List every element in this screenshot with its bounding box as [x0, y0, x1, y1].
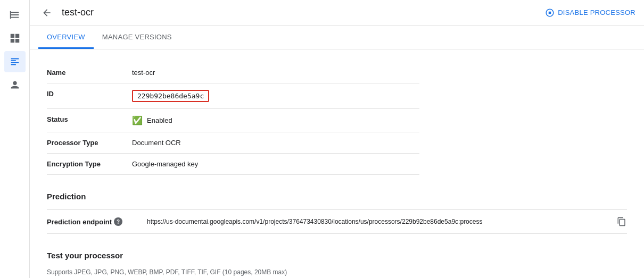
prediction-endpoint-label: Prediction endpoint ? — [47, 217, 143, 226]
prediction-section: Prediction Prediction endpoint ? https:/… — [47, 192, 627, 234]
processor-type-label: Processor Type — [47, 132, 132, 154]
status-label: Status — [47, 109, 132, 132]
sidebar-item-document-list[interactable] — [4, 4, 26, 26]
main-content: test-ocr DISABLE PROCESSOR OVERVIEW MANA… — [30, 0, 644, 278]
tab-manage-versions[interactable]: MANAGE VERSIONS — [94, 26, 180, 49]
prediction-endpoint-row: Prediction endpoint ? https://us-documen… — [47, 209, 627, 234]
status-check-icon: ✅ — [132, 115, 143, 125]
name-value: test-ocr — [132, 62, 419, 83]
status-value: ✅ Enabled — [132, 109, 419, 132]
tabs-bar: OVERVIEW MANAGE VERSIONS — [30, 26, 644, 49]
disable-processor-label: DISABLE PROCESSOR — [558, 9, 635, 16]
status-text: Enabled — [147, 116, 172, 124]
content-area: Name test-ocr ID 229b92be86de5a9c Status… — [30, 49, 644, 278]
copy-url-button[interactable] — [616, 216, 627, 227]
encryption-type-label: Encryption Type — [47, 154, 132, 175]
svg-rect-0 — [10, 11, 11, 19]
info-table: Name test-ocr ID 229b92be86de5a9c Status… — [47, 62, 419, 175]
prediction-endpoint-url: https://us-documentai.googleapis.com/v1/… — [147, 218, 612, 225]
sidebar-item-user[interactable] — [4, 74, 26, 96]
name-label: Name — [47, 62, 132, 83]
test-section-title: Test your processor — [47, 251, 627, 260]
id-box: 229b92be86de5a9c — [132, 90, 209, 102]
disable-processor-button[interactable]: DISABLE PROCESSOR — [545, 8, 635, 18]
back-button[interactable] — [38, 4, 55, 21]
processor-type-value: Document OCR — [132, 132, 419, 154]
sidebar — [0, 0, 30, 278]
test-section: Test your processor Supports JPEG, JPG, … — [47, 251, 627, 278]
encryption-type-value: Google-managed key — [132, 154, 419, 175]
id-label: ID — [47, 83, 132, 109]
topbar: test-ocr DISABLE PROCESSOR — [30, 0, 644, 26]
page-title: test-ocr — [62, 7, 539, 18]
tab-overview[interactable]: OVERVIEW — [38, 26, 94, 49]
test-description: Supports JPEG, JPG, PNG, WEBP, BMP, PDF,… — [47, 268, 627, 276]
prediction-section-title: Prediction — [47, 192, 627, 201]
help-icon[interactable]: ? — [114, 217, 122, 226]
sidebar-item-data[interactable] — [4, 51, 26, 72]
sidebar-item-dashboard[interactable] — [4, 28, 26, 49]
id-value: 229b92be86de5a9c — [132, 83, 419, 109]
